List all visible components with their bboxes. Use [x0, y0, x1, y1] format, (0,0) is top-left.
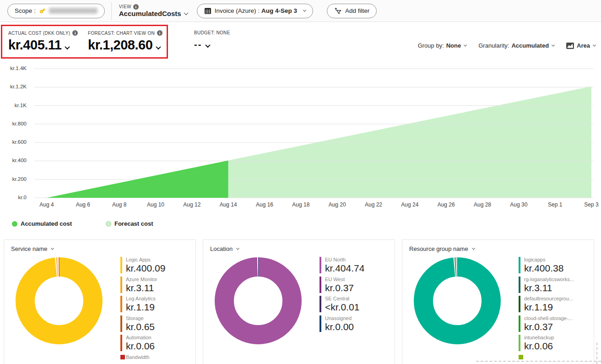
chevron-down-icon — [51, 247, 54, 250]
legend-swatch — [519, 335, 520, 351]
chevron-down-icon — [236, 247, 239, 250]
chart-legend: Accumulated costForecast cost — [12, 220, 187, 227]
forecast-cost-value: kr.1,208.60 — [88, 38, 152, 53]
chevron-down-icon — [156, 44, 161, 49]
date-range-label: Invoice (Azure) : — [215, 7, 260, 14]
budget-dropdown[interactable]: -- — [194, 39, 230, 50]
donut-legend-row: Automationkr.0.06 — [120, 334, 194, 352]
donut-legend: Logic Appskr.400.09Azure Monitorkr.3.11L… — [120, 256, 194, 364]
view-label: VIEW — [119, 4, 131, 10]
legend-label: Logic Apps — [126, 256, 194, 263]
area-chart-icon — [566, 43, 574, 49]
donut-slice — [25, 267, 93, 335]
legend-label: Log Analytics — [126, 295, 194, 302]
legend-label: Unassigned — [325, 315, 393, 321]
add-filter-button[interactable]: Add filter — [327, 4, 377, 18]
card-title: Service name — [11, 245, 47, 252]
command-bar: Scope : VIEW i AccumulatedCosts — [0, 0, 601, 22]
group-by-value: None — [446, 42, 461, 49]
card-title: Resource group name — [409, 245, 468, 252]
x-axis-tick: Aug 20 — [319, 201, 356, 208]
legend-value: kr.1.19 — [524, 302, 592, 313]
legend-value: kr.0.06 — [524, 341, 592, 352]
donut-legend-row: EU Westkr.0.37 — [319, 276, 393, 294]
x-axis-tick: Aug 12 — [173, 201, 210, 208]
x-axis-tick: Aug 8 — [101, 201, 138, 208]
chevron-down-icon — [206, 43, 211, 48]
legend-label: logicapps — [524, 256, 592, 263]
x-axis-tick: Aug 18 — [282, 201, 319, 208]
x-axis-tick: Aug 22 — [355, 201, 392, 208]
forecast-cost-info-icon[interactable]: i — [157, 30, 162, 36]
forecast-cost-dropdown[interactable]: kr.1,208.60 — [88, 38, 162, 53]
scope-picker[interactable]: Scope : — [7, 4, 105, 18]
chevron-down-icon — [303, 9, 306, 12]
date-range-picker[interactable]: Invoice (Azure) : Aug 4-Sep 3 — [197, 4, 313, 18]
x-axis-tick: Aug 24 — [391, 201, 428, 208]
view-info-icon[interactable]: i — [133, 4, 139, 10]
actual-cost-value: kr.405.11 — [8, 38, 61, 53]
accumulated-cost-area-chart — [0, 64, 601, 206]
group-by-label: Group by: — [418, 42, 444, 49]
location-donut-chart — [212, 255, 304, 347]
legend-value: kr.3.11 — [524, 283, 592, 293]
x-axis-tick: Aug 4 — [28, 201, 65, 208]
legend-value: kr.0.00 — [325, 321, 393, 332]
actual-cost-info-icon[interactable]: i — [72, 30, 78, 36]
granularity-value: Accumulated — [511, 42, 549, 49]
legend-swatch — [120, 315, 122, 332]
scope-label: Scope : — [15, 7, 36, 14]
dimension-dropdown[interactable]: Location — [210, 245, 239, 252]
kpi-budget: BUDGET: NONE -- — [194, 30, 230, 50]
donut-slice — [224, 267, 292, 335]
donut-legend-row: rg-loganalyticsworks...kr.3.11 — [519, 276, 592, 294]
donut-legend-row: Azure Monitorkr.3.11 — [120, 276, 194, 294]
group-by-dropdown[interactable]: Group by: None — [418, 42, 467, 49]
budget-value: -- — [194, 39, 202, 50]
legend-label: Bandwidth — [126, 354, 194, 360]
x-axis-tick: Aug 30 — [500, 201, 537, 208]
dimension-dropdown[interactable]: Resource group name — [409, 245, 475, 252]
legend-label: Forecast cost — [114, 220, 153, 227]
donut-legend-row: SE Central<kr.0.01 — [319, 295, 393, 313]
cost-analysis-page: Scope : VIEW i AccumulatedCosts — [0, 0, 601, 364]
granularity-dropdown[interactable]: Granularity: Accumulated — [478, 42, 554, 49]
donut-legend-row: cloud-shell-storage-...kr.0.37 — [519, 315, 592, 333]
chevron-down-icon — [593, 43, 596, 47]
actual-cost-label: ACTUAL COST (DKK ONLY) — [8, 31, 70, 36]
legend-swatch — [519, 257, 520, 273]
legend-swatch — [120, 335, 122, 351]
donut-legend-row: defaultresourcegrou...kr.1.19 — [519, 295, 592, 313]
legend-swatch — [120, 355, 125, 359]
legend-swatch — [120, 257, 122, 273]
chart-type-dropdown[interactable]: Area — [566, 42, 596, 49]
legend-swatch — [120, 277, 122, 293]
card-title: Location — [210, 245, 233, 252]
add-filter-label: Add filter — [345, 7, 369, 14]
donut-legend-row: intunebackupkr.0.06 — [519, 334, 592, 352]
legend-item-accumulated[interactable]: Accumulated cost — [12, 220, 72, 227]
legend-swatch — [519, 277, 520, 293]
legend-item-forecast[interactable]: Forecast cost — [106, 220, 153, 227]
chevron-down-icon — [184, 11, 188, 15]
legend-label: intunebackup — [524, 334, 592, 341]
legend-label: Azure Monitor — [126, 276, 194, 283]
chevron-down-icon — [552, 43, 555, 47]
chevron-down-icon — [472, 247, 475, 250]
donut-legend-row: Storagekr.0.65 — [120, 315, 194, 333]
actual-cost-dropdown[interactable]: kr.405.11 — [8, 38, 78, 53]
legend-swatch — [519, 315, 520, 332]
view-value: AccumulatedCosts — [119, 10, 181, 17]
dimension-dropdown[interactable]: Service name — [11, 245, 54, 252]
legend-label: EU West — [325, 276, 393, 283]
kpi-forecast-cost: FORECAST: CHART VIEW ON i kr.1,208.60 — [88, 30, 162, 53]
chevron-down-icon — [464, 43, 467, 47]
legend-swatch — [319, 315, 321, 332]
legend-label: SE Central — [325, 295, 393, 302]
scope-value-redacted — [49, 8, 97, 14]
x-axis-tick: Aug 6 — [65, 201, 101, 208]
x-axis-tick: Aug 10 — [137, 201, 174, 208]
service-name-donut-chart — [13, 255, 105, 347]
forecast-cost-label: FORECAST: CHART VIEW ON — [88, 31, 155, 36]
view-selector[interactable]: VIEW i AccumulatedCosts — [119, 4, 188, 17]
